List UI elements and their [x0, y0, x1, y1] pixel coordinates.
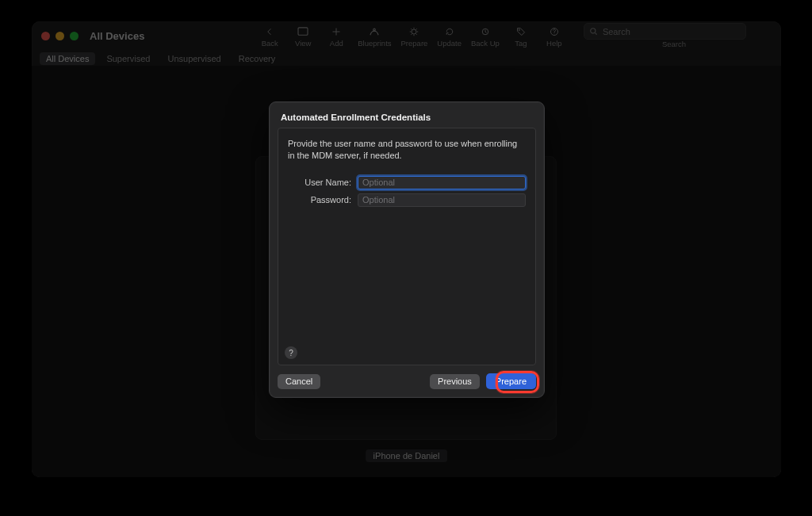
search-input[interactable]: Search [584, 23, 746, 40]
svg-point-4 [519, 29, 520, 31]
view-button[interactable]: View [288, 25, 318, 48]
username-label: User Name: [288, 178, 351, 187]
cancel-button[interactable]: Cancel [278, 374, 320, 389]
username-row: User Name: [288, 176, 526, 189]
tag-button[interactable]: Tag [506, 25, 536, 48]
update-button[interactable]: Update [434, 25, 465, 48]
sheet-body: Provide the user name and password to us… [278, 128, 536, 365]
toolbar-label: View [295, 39, 311, 48]
toolbar-label: Update [437, 39, 462, 48]
enrollment-credentials-sheet: Automated Enrollment Credentials Provide… [269, 101, 545, 398]
svg-point-1 [373, 29, 376, 31]
search-section-label: Search [662, 40, 686, 48]
chevron-left-icon [265, 26, 274, 37]
svg-point-6 [553, 33, 554, 34]
help-badge[interactable]: ? [285, 346, 297, 359]
tab-unsupervised[interactable]: Unsupervised [161, 52, 227, 65]
add-button[interactable]: Add [321, 25, 351, 48]
sheet-title: Automated Enrollment Credentials [270, 102, 544, 128]
toolbar-label: Prepare [401, 39, 428, 48]
device-name-label[interactable]: iPhone de Daniel [366, 449, 448, 462]
search-placeholder: Search [603, 27, 630, 36]
backup-button[interactable]: Back Up [468, 25, 503, 48]
toolbar-label: Tag [515, 39, 527, 48]
gear-icon [409, 26, 419, 37]
toolbar-label: Add [330, 39, 343, 48]
sheet-button-row: Cancel Previous Prepare [270, 365, 544, 389]
toolbar-label: Back [262, 39, 278, 48]
clock-icon [481, 26, 490, 37]
back-button[interactable]: Back [255, 25, 285, 48]
blueprints-button[interactable]: Blueprints [354, 25, 394, 48]
help-button[interactable]: Help [539, 25, 569, 48]
toolbar: Back View Add Blueprints Prepare [32, 21, 781, 51]
help-icon [550, 26, 559, 37]
tab-supervised[interactable]: Supervised [100, 52, 156, 65]
password-field[interactable] [358, 193, 526, 207]
svg-point-2 [412, 29, 416, 34]
prepare-toolbar-button[interactable]: Prepare [398, 25, 431, 48]
password-label: Password: [288, 195, 351, 204]
username-field[interactable] [358, 176, 526, 189]
password-row: Password: [288, 193, 526, 207]
prepare-button[interactable]: Prepare [486, 373, 536, 389]
toolbar-label: Back Up [471, 39, 500, 48]
svg-rect-0 [298, 27, 308, 34]
sheet-description: Provide the user name and password to us… [288, 138, 526, 162]
previous-button[interactable]: Previous [430, 374, 480, 389]
blueprint-icon [369, 26, 380, 37]
tab-all-devices[interactable]: All Devices [40, 52, 95, 65]
toolbar-label: Help [546, 39, 562, 48]
refresh-icon [445, 26, 454, 37]
grid-icon [297, 26, 308, 37]
plus-icon [331, 26, 341, 37]
toolbar-label: Blueprints [358, 39, 391, 48]
svg-point-7 [591, 29, 596, 33]
tab-recovery[interactable]: Recovery [232, 52, 282, 65]
search-icon [589, 27, 598, 36]
tag-icon [516, 26, 526, 37]
